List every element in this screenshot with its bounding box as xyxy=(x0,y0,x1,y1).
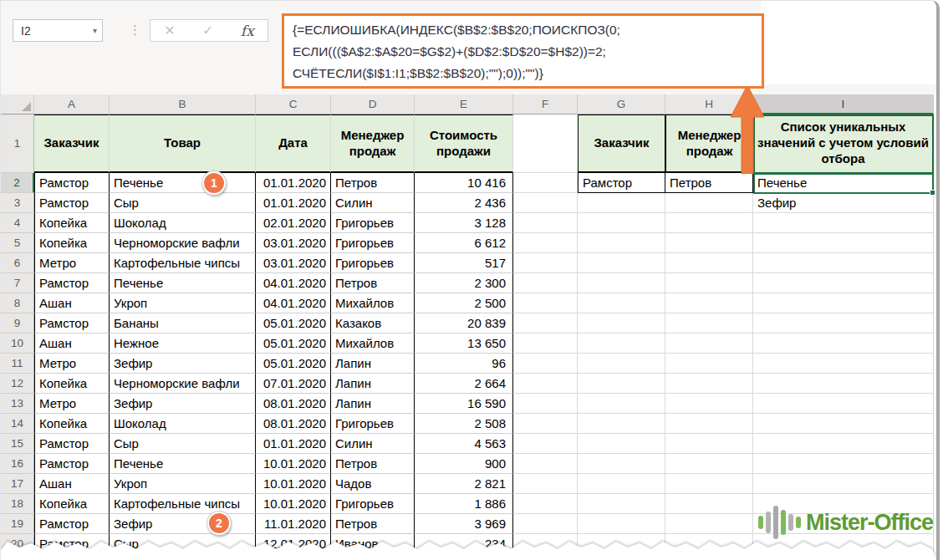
cell-customer[interactable]: Копейка xyxy=(34,374,110,394)
cell-g[interactable] xyxy=(578,233,665,253)
cell-date[interactable]: 10.01.2020 xyxy=(256,474,331,494)
row-header[interactable]: 18 xyxy=(1,494,34,514)
cell-amount[interactable]: 2 436 xyxy=(415,193,513,213)
cell-h[interactable] xyxy=(665,414,753,434)
cell-customer[interactable]: Рамстор xyxy=(34,454,110,474)
cell-customer[interactable]: Рамстор xyxy=(34,273,110,293)
cell-manager[interactable]: Григорьев xyxy=(331,233,415,253)
cell-g[interactable] xyxy=(578,273,665,293)
cell-manager[interactable]: Петров xyxy=(331,454,415,474)
row-header[interactable]: 8 xyxy=(1,293,34,313)
cell-date[interactable]: 08.01.2020 xyxy=(256,414,331,434)
cell-amount[interactable]: 2 821 xyxy=(415,474,513,494)
cell-result[interactable] xyxy=(753,354,934,374)
cell-h[interactable] xyxy=(665,333,753,354)
cell-h[interactable] xyxy=(665,434,753,454)
cell-customer[interactable]: Рамстор xyxy=(34,313,110,333)
cell-manager[interactable]: Григорьев xyxy=(331,253,415,273)
cell-date[interactable]: 03.01.2020 xyxy=(256,253,331,273)
row-header[interactable]: 9 xyxy=(1,313,34,333)
cell-date[interactable]: 05.01.2020 xyxy=(256,333,331,354)
cell-amount[interactable]: 2 508 xyxy=(415,414,513,434)
column-header-d[interactable]: D xyxy=(331,94,415,115)
cell-date[interactable]: 02.01.2020 xyxy=(256,213,331,233)
cell-result[interactable] xyxy=(753,333,934,354)
cell-amount[interactable]: 900 xyxy=(415,454,513,474)
cell-f[interactable] xyxy=(513,374,578,394)
cell-g[interactable] xyxy=(578,414,665,434)
cell-product[interactable]: Картофельные чипсы xyxy=(110,253,256,273)
cell-customer[interactable]: Копейка xyxy=(34,414,110,434)
column-header-c[interactable]: C xyxy=(256,94,331,115)
cell-h[interactable] xyxy=(665,474,753,494)
cell-manager[interactable]: Михайлов xyxy=(331,293,415,313)
cell-date[interactable]: 05.01.2020 xyxy=(256,313,331,333)
cell-product[interactable]: Печенье xyxy=(110,454,256,474)
column-header-b[interactable]: B xyxy=(110,94,256,115)
cell-manager[interactable]: Михайлов xyxy=(331,333,415,354)
row-header[interactable]: 12 xyxy=(1,374,34,394)
cell-h[interactable] xyxy=(665,273,753,293)
row-header[interactable]: 15 xyxy=(1,434,34,454)
cell-product[interactable]: Укроп xyxy=(110,474,256,494)
row-header[interactable]: 17 xyxy=(1,474,34,494)
cell-date[interactable]: 07.01.2020 xyxy=(256,374,331,394)
cell-g[interactable] xyxy=(578,293,665,313)
cell-f[interactable] xyxy=(513,233,578,253)
cell-g[interactable] xyxy=(578,333,665,354)
cell-g[interactable] xyxy=(578,434,665,454)
cell-f[interactable] xyxy=(513,293,578,313)
cell-manager[interactable]: Лапин xyxy=(331,394,415,414)
cancel-icon[interactable]: ✕ xyxy=(164,23,175,38)
cell-f[interactable] xyxy=(513,474,578,494)
cell-f[interactable] xyxy=(513,354,578,374)
cell-product[interactable]: Бананы xyxy=(110,313,256,333)
cell-f[interactable] xyxy=(513,454,578,474)
cell-customer[interactable]: Копейка xyxy=(34,213,110,233)
cell-h[interactable] xyxy=(665,313,753,333)
row-header[interactable]: 14 xyxy=(1,414,34,434)
cell-customer[interactable]: Метро xyxy=(34,253,110,273)
row-header[interactable]: 2 xyxy=(1,173,34,193)
cell-result[interactable] xyxy=(753,313,934,333)
enter-icon[interactable]: ✓ xyxy=(202,23,213,38)
cell-f[interactable] xyxy=(513,253,578,273)
cell-product[interactable]: Зефир xyxy=(110,514,256,534)
cell-g[interactable] xyxy=(578,213,665,233)
cell-manager[interactable]: Григорьев xyxy=(331,494,415,514)
cell-product[interactable]: Картофельные чипсы xyxy=(110,494,256,514)
cell-date[interactable]: 10.01.2020 xyxy=(256,494,331,514)
cell-f[interactable] xyxy=(513,213,578,233)
cell-result[interactable] xyxy=(753,394,934,414)
cell-g[interactable] xyxy=(578,354,665,374)
cell-amount[interactable]: 517 xyxy=(415,253,513,273)
cell-h[interactable] xyxy=(665,293,753,313)
cell-result[interactable] xyxy=(753,374,934,394)
cell-customer[interactable]: Рамстор xyxy=(34,434,110,454)
cell-product[interactable]: Черноморские вафли xyxy=(110,374,256,394)
cell-product[interactable]: Нежное xyxy=(110,333,256,354)
cell-f[interactable] xyxy=(513,434,578,454)
cell-d1[interactable]: Менеджер продаж xyxy=(331,115,415,173)
cell-g[interactable] xyxy=(578,474,665,494)
name-box[interactable]: I2 ▾ xyxy=(13,19,103,42)
cell-customer[interactable]: Ашан xyxy=(34,333,110,354)
cell-h[interactable]: Петров xyxy=(665,173,753,193)
cell-customer[interactable]: Копейка xyxy=(34,494,110,514)
cell-g[interactable] xyxy=(578,454,665,474)
cell-f[interactable] xyxy=(513,273,578,293)
cell-manager[interactable]: Чадов xyxy=(331,474,415,494)
cell-g1[interactable]: Заказчик xyxy=(578,115,665,173)
cell-g[interactable] xyxy=(578,494,665,514)
row-header[interactable]: 16 xyxy=(1,454,34,474)
cell-date[interactable]: 05.01.2020 xyxy=(256,354,331,374)
cell-customer[interactable]: Рамстор xyxy=(34,193,110,213)
cell-manager[interactable]: Лапин xyxy=(331,374,415,394)
cell-date[interactable]: 10.01.2020 xyxy=(256,454,331,474)
cell-f1[interactable] xyxy=(513,115,578,173)
cell-manager[interactable]: Петров xyxy=(331,514,415,534)
cell-h[interactable] xyxy=(665,253,753,273)
cell-amount[interactable]: 1 886 xyxy=(415,494,513,514)
cell-customer[interactable]: Рамстор xyxy=(34,514,110,534)
cell-product[interactable]: Зефир xyxy=(110,354,256,374)
